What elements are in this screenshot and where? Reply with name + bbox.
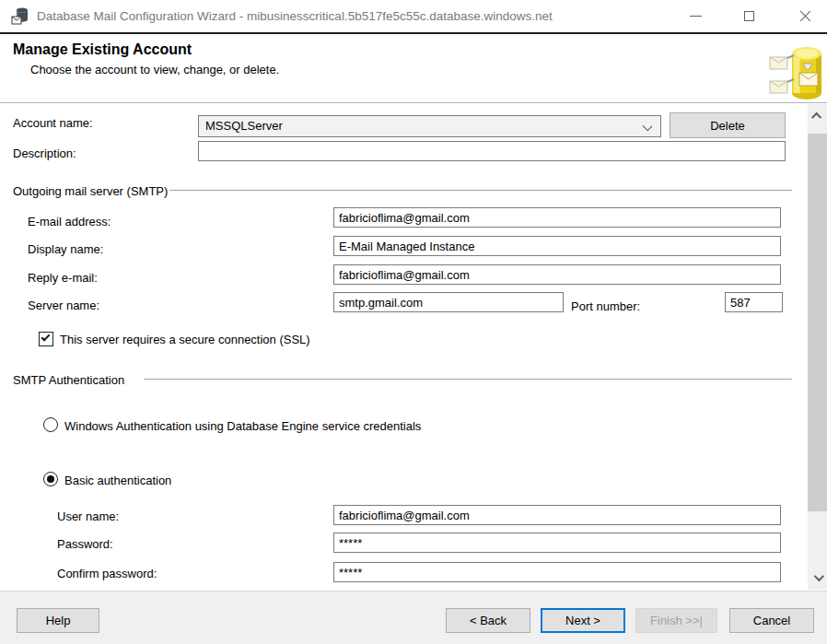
account-name-label: Account name: — [13, 116, 93, 130]
footer-bar: Help < Back Next > Finish >>| Cancel — [0, 591, 827, 644]
minimize-icon — [690, 16, 702, 17]
next-button[interactable]: Next > — [541, 608, 625, 633]
confirm-password-label: Confirm password: — [57, 567, 157, 580]
scrollbar-thumb[interactable] — [808, 134, 827, 511]
cancel-button[interactable]: Cancel — [729, 608, 814, 633]
confirm-password-input[interactable] — [333, 562, 781, 582]
display-name-label: Display name: — [28, 242, 103, 256]
user-name-input[interactable] — [333, 505, 781, 525]
database-mail-app-icon — [11, 6, 29, 25]
auth-group-label: SMTP Authentication — [13, 373, 124, 387]
basic-auth-radio[interactable] — [43, 472, 58, 486]
server-name-input[interactable] — [333, 292, 564, 312]
account-name-dropdown[interactable]: MSSQLServer — [198, 115, 661, 137]
password-label: Password: — [57, 537, 113, 551]
windows-auth-label: Windows Authentication using Database En… — [64, 419, 421, 433]
email-address-label: E-mail address: — [28, 215, 111, 228]
maximize-icon — [744, 11, 754, 21]
port-number-input[interactable] — [725, 292, 783, 312]
database-mail-icon — [768, 45, 827, 102]
description-label: Description: — [13, 146, 76, 160]
finish-button: Finish >>| — [635, 608, 717, 633]
auth-group-divider — [144, 379, 792, 380]
vertical-scrollbar[interactable] — [807, 104, 827, 590]
checkmark-icon — [41, 333, 51, 342]
display-name-input[interactable] — [333, 236, 781, 256]
password-input[interactable] — [333, 533, 781, 553]
basic-auth-label: Basic authentication — [64, 474, 171, 487]
description-input[interactable] — [198, 141, 786, 161]
chevron-down-icon — [643, 122, 653, 132]
scroll-up-button[interactable] — [808, 104, 827, 128]
titlebar: Database Mail Configuration Wizard - mib… — [0, 0, 827, 32]
ssl-checkbox[interactable] — [39, 332, 53, 346]
ssl-checkbox-label: This server requires a secure connection… — [60, 333, 310, 346]
chevron-up-icon — [811, 112, 821, 123]
window-title: Database Mail Configuration Wizard - mib… — [37, 0, 553, 32]
smtp-group-label: Outgoing mail server (SMTP) — [13, 184, 168, 198]
wizard-header: Manage Existing Account Choose the accou… — [0, 34, 827, 103]
chevron-down-icon — [814, 571, 824, 581]
email-address-input[interactable] — [333, 207, 781, 228]
reply-email-label: Reply e-mail: — [28, 271, 98, 285]
delete-button[interactable]: Delete — [670, 112, 786, 138]
page-title: Manage Existing Account — [13, 41, 192, 58]
back-button[interactable]: < Back — [446, 608, 530, 633]
port-number-label: Port number: — [571, 299, 640, 313]
account-name-selected: MSSQLServer — [205, 119, 283, 133]
minimize-button[interactable] — [674, 0, 716, 32]
user-name-label: User name: — [57, 509, 119, 523]
maximize-button[interactable] — [728, 0, 770, 32]
page-subtitle: Choose the account to view, change, or d… — [30, 63, 279, 76]
radio-dot-icon — [47, 475, 54, 483]
server-name-label: Server name: — [28, 299, 99, 312]
windows-auth-radio[interactable] — [43, 417, 58, 432]
help-button[interactable]: Help — [17, 608, 99, 633]
smtp-group-divider — [169, 190, 792, 191]
reply-email-input[interactable] — [333, 264, 781, 285]
close-button[interactable] — [784, 0, 826, 32]
close-icon — [799, 10, 811, 22]
scroll-down-button[interactable] — [808, 566, 827, 590]
wizard-content: Account name: MSSQLServer Delete Descrip… — [0, 104, 827, 590]
